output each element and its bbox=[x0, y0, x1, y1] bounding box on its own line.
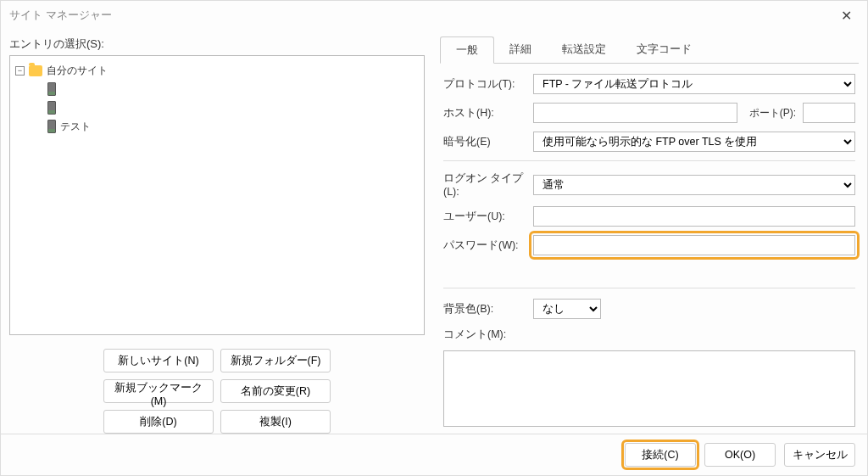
logon-type-label: ログオン タイプ(L): bbox=[443, 171, 526, 198]
cancel-button[interactable]: キャンセル bbox=[784, 443, 855, 467]
host-label: ホスト(H): bbox=[443, 106, 526, 120]
tab-charset[interactable]: 文字コード bbox=[621, 36, 707, 63]
tab-transfer[interactable]: 転送設定 bbox=[547, 36, 621, 63]
tree-item-label: テスト bbox=[60, 120, 91, 134]
close-icon[interactable]: ✕ bbox=[834, 4, 859, 27]
encryption-label: 暗号化(E) bbox=[443, 135, 526, 149]
window-title: サイト マネージャー bbox=[9, 8, 112, 23]
left-pane: エントリの選択(S): − 自分のサイト テスト bbox=[9, 36, 425, 434]
server-icon bbox=[47, 120, 56, 133]
logon-type-select[interactable]: 通常 bbox=[533, 175, 855, 195]
right-pane: 一般 詳細 転送設定 文字コード プロトコル(T): FTP - ファイル転送プ… bbox=[440, 36, 859, 434]
divider bbox=[443, 288, 855, 288]
entry-button-grid: 新しいサイト(N) 新規フォルダー(F) 新規ブックマーク(M) 名前の変更(R… bbox=[9, 349, 425, 434]
tree-item[interactable] bbox=[14, 98, 420, 117]
password-input[interactable] bbox=[533, 235, 855, 255]
tab-bar: 一般 詳細 転送設定 文字コード bbox=[440, 36, 859, 64]
tree-root-label: 自分のサイト bbox=[47, 64, 108, 78]
titlebar: サイト マネージャー ✕ bbox=[1, 1, 867, 30]
folder-icon bbox=[29, 65, 42, 76]
tab-general[interactable]: 一般 bbox=[440, 36, 494, 64]
entry-tree[interactable]: − 自分のサイト テスト bbox=[9, 55, 425, 335]
general-form: プロトコル(T): FTP - ファイル転送プロトコル ホスト(H): ポート(… bbox=[440, 64, 859, 429]
bgcolor-label: 背景色(B): bbox=[443, 302, 526, 316]
port-label: ポート(P): bbox=[749, 106, 796, 120]
new-bookmark-button[interactable]: 新規ブックマーク(M) bbox=[103, 379, 214, 403]
password-label: パスワード(W): bbox=[443, 238, 526, 253]
tree-item[interactable] bbox=[14, 80, 420, 98]
protocol-select[interactable]: FTP - ファイル転送プロトコル bbox=[533, 74, 855, 94]
bgcolor-select[interactable]: なし bbox=[533, 299, 601, 319]
tree-item[interactable]: テスト bbox=[14, 117, 420, 136]
comment-textarea[interactable] bbox=[443, 350, 855, 427]
connect-button[interactable]: 接続(C) bbox=[625, 443, 696, 467]
delete-button[interactable]: 削除(D) bbox=[103, 410, 214, 434]
dialog-footer: 接続(C) OK(O) キャンセル bbox=[1, 434, 867, 475]
tree-root[interactable]: − 自分のサイト bbox=[14, 61, 420, 80]
rename-button[interactable]: 名前の変更(R) bbox=[220, 379, 331, 403]
host-input[interactable] bbox=[533, 103, 737, 123]
server-icon bbox=[47, 101, 56, 115]
collapse-icon[interactable]: − bbox=[15, 66, 25, 76]
protocol-label: プロトコル(T): bbox=[443, 77, 526, 92]
new-folder-button[interactable]: 新規フォルダー(F) bbox=[220, 349, 331, 372]
entry-select-label: エントリの選択(S): bbox=[9, 36, 425, 52]
user-input[interactable] bbox=[533, 206, 855, 227]
site-manager-window: サイト マネージャー ✕ エントリの選択(S): − 自分のサイト bbox=[0, 0, 868, 476]
encryption-select[interactable]: 使用可能なら明示的な FTP over TLS を使用 bbox=[533, 132, 855, 152]
port-input[interactable] bbox=[803, 103, 855, 123]
server-icon bbox=[47, 82, 56, 96]
ok-button[interactable]: OK(O) bbox=[704, 443, 776, 467]
comment-label: コメント(M): bbox=[443, 328, 526, 342]
user-label: ユーザー(U): bbox=[443, 210, 526, 224]
duplicate-button[interactable]: 複製(I) bbox=[220, 410, 331, 434]
tab-advanced[interactable]: 詳細 bbox=[494, 36, 547, 63]
divider bbox=[443, 160, 855, 161]
new-site-button[interactable]: 新しいサイト(N) bbox=[103, 349, 214, 372]
